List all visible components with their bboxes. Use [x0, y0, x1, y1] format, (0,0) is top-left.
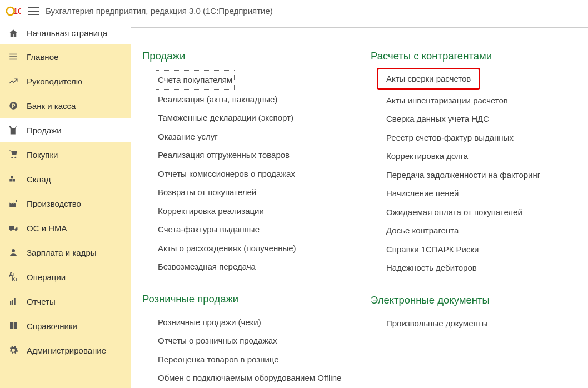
- section-title[interactable]: Электронные документы: [371, 294, 577, 306]
- svg-point-10: [12, 249, 15, 252]
- truck-icon: [8, 222, 19, 233]
- link-item[interactable]: Обмен с подключаемым оборудованием Offli…: [158, 369, 348, 387]
- section-block: ПродажиСчета покупателямРеализация (акты…: [142, 50, 348, 276]
- app-title: Бухгалтерия предприятия, редакция 3.0 (1…: [46, 6, 273, 16]
- sidebar-item-4[interactable]: Покупки: [0, 142, 131, 167]
- shop-icon: [8, 125, 19, 136]
- sidebar-item-label: Начальная страница: [27, 28, 107, 38]
- sidebar-item-label: Отчеты: [27, 297, 56, 306]
- link-list: Счета покупателямРеализация (акты, накла…: [142, 70, 348, 276]
- link-item[interactable]: Таможенные декларации (экспорт): [158, 108, 348, 127]
- section-block: Электронные документыПроизвольные докуме…: [371, 294, 577, 333]
- sidebar-item-9[interactable]: Дт КтОперации: [0, 265, 131, 289]
- tabs-strip: [131, 22, 588, 28]
- link-item[interactable]: Надежность дебиторов: [386, 258, 577, 277]
- link-item[interactable]: Ожидаемая оплата от покупателей: [386, 203, 577, 222]
- link-item[interactable]: Возвраты от покупателей: [158, 183, 348, 202]
- titlebar: 1С Бухгалтерия предприятия, редакция 3.0…: [0, 0, 588, 22]
- link-item[interactable]: Реализация отгруженных товаров: [158, 146, 348, 165]
- svg-rect-3: [9, 56, 17, 57]
- link-list: Произвольные документы: [371, 314, 577, 333]
- link-list: Розничные продажи (чеки)Отчеты о розничн…: [142, 313, 348, 387]
- link-item[interactable]: Справки 1СПАРК Риски: [386, 240, 577, 259]
- dtkt-icon: Дт Кт: [8, 271, 19, 282]
- svg-rect-9: [11, 176, 14, 179]
- sidebar-item-2[interactable]: ₽Банк и касса: [0, 93, 131, 118]
- link-item[interactable]: Акты о расхождениях (полученные): [158, 239, 348, 258]
- cart-icon: [8, 149, 19, 160]
- link-item[interactable]: Счета-фактуры выданные: [158, 220, 348, 239]
- link-item[interactable]: Счета покупателям: [156, 70, 235, 90]
- sidebar-item-label: Банк и касса: [27, 101, 76, 111]
- ruble-icon: ₽: [8, 100, 19, 111]
- book-icon: [8, 320, 19, 331]
- sidebar: Начальная страница ГлавноеРуководителю₽Б…: [0, 22, 131, 388]
- content-area: ПродажиСчета покупателямРеализация (акты…: [131, 22, 588, 388]
- sidebar-item-7[interactable]: ОС и НМА: [0, 216, 131, 240]
- content-column-0: ПродажиСчета покупателямРеализация (акты…: [142, 50, 348, 388]
- sidebar-item-0[interactable]: Главное: [0, 44, 131, 69]
- sidebar-item-label: Производство: [27, 199, 81, 208]
- sidebar-item-5[interactable]: Склад: [0, 167, 131, 191]
- link-item[interactable]: Оказание услуг: [158, 127, 348, 146]
- svg-rect-8: [13, 179, 16, 182]
- section-block: Расчеты с контрагентамиАкты сверки расче…: [371, 50, 577, 277]
- sidebar-item-10[interactable]: Отчеты: [0, 289, 131, 314]
- sidebar-item-label: Зарплата и кадры: [27, 248, 97, 257]
- link-item[interactable]: Передача задолженности на факторинг: [386, 166, 577, 185]
- link-item[interactable]: Акты сверки расчетов: [377, 68, 480, 90]
- sidebar-item-label: Справочники: [27, 321, 77, 331]
- link-item[interactable]: Корректировка долга: [386, 147, 577, 166]
- sidebar-item-label: Покупки: [27, 150, 58, 160]
- sidebar-item-label: Администрирование: [27, 346, 106, 355]
- section-title[interactable]: Продажи: [142, 50, 348, 62]
- section-title[interactable]: Розничные продажи: [142, 293, 348, 305]
- sidebar-item-label: Руководителю: [27, 77, 82, 86]
- link-item[interactable]: Досье контрагента: [386, 221, 577, 240]
- link-item[interactable]: Произвольные документы: [386, 314, 577, 333]
- factory-icon: [8, 198, 19, 209]
- link-item[interactable]: Реестр счетов-фактур выданных: [386, 128, 577, 147]
- svg-rect-2: [9, 54, 17, 55]
- link-item[interactable]: Розничные продажи (чеки): [158, 313, 348, 332]
- svg-rect-7: [9, 179, 12, 182]
- sidebar-item-8[interactable]: Зарплата и кадры: [0, 240, 131, 265]
- trend-icon: [8, 76, 19, 87]
- house-icon: [8, 28, 19, 39]
- svg-rect-12: [12, 300, 13, 305]
- sidebar-item-3[interactable]: Продажи: [0, 118, 131, 142]
- hamburger-icon[interactable]: [28, 7, 39, 15]
- gear-icon: [8, 345, 19, 356]
- sidebar-item-6[interactable]: Производство: [0, 191, 131, 216]
- sidebar-item-label: ОС и НМА: [27, 223, 67, 233]
- link-item[interactable]: Сверка данных учета НДС: [386, 110, 577, 128]
- link-item[interactable]: Реализация (акты, накладные): [158, 90, 348, 109]
- link-item[interactable]: Отчеты комиссионеров о продажах: [158, 165, 348, 183]
- link-item[interactable]: Корректировка реализации: [158, 202, 348, 221]
- link-item[interactable]: Акты инвентаризации расчетов: [386, 91, 577, 110]
- sidebar-item-label: Операции: [27, 272, 66, 282]
- person-icon: [8, 247, 19, 258]
- content-column-1: Расчеты с контрагентамиАкты сверки расче…: [371, 50, 577, 388]
- link-item[interactable]: Переоценка товаров в рознице: [158, 350, 348, 369]
- warehouse-icon: [8, 173, 19, 185]
- link-item[interactable]: Безвозмездная передача: [158, 257, 348, 276]
- sidebar-item-label: Склад: [27, 175, 51, 184]
- section-title[interactable]: Расчеты с контрагентами: [371, 50, 577, 62]
- link-item[interactable]: Отчеты о розничных продажах: [158, 331, 348, 350]
- link-item[interactable]: Начисление пеней: [386, 184, 577, 203]
- menu-icon: [8, 51, 19, 62]
- svg-rect-13: [14, 298, 16, 305]
- sidebar-item-label: Главное: [27, 52, 58, 62]
- svg-rect-4: [9, 59, 17, 60]
- sidebar-item-11[interactable]: Справочники: [0, 314, 131, 338]
- section-block: Розничные продажиРозничные продажи (чеки…: [142, 293, 348, 387]
- sidebar-item-label: Продажи: [27, 126, 62, 135]
- sidebar-item-home[interactable]: Начальная страница: [0, 22, 131, 44]
- report-icon: [8, 296, 19, 307]
- sidebar-item-1[interactable]: Руководителю: [0, 69, 131, 93]
- svg-rect-11: [10, 301, 11, 305]
- sidebar-item-12[interactable]: Администрирование: [0, 338, 131, 362]
- link-list: Акты сверки расчетовАкты инвентаризации …: [371, 70, 577, 277]
- logo-1c: 1С: [6, 3, 21, 19]
